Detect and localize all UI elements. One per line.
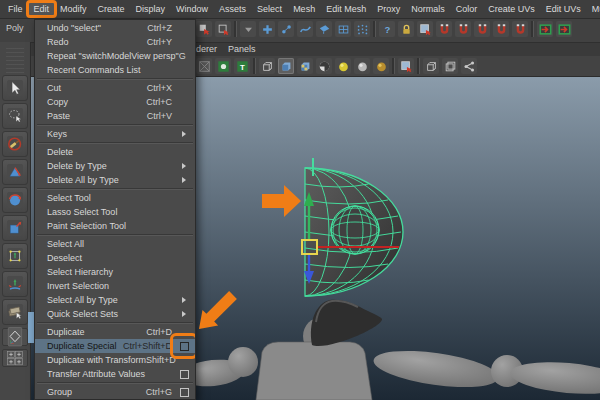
menu-item-deselect[interactable]: Deselect [35,251,195,265]
menu-item-paint-selection-tool[interactable]: Paint Selection Tool [35,219,195,233]
menu-item-duplicate-with-transform[interactable]: Duplicate with TransformShift+D [35,353,195,367]
move-tool-icon[interactable] [7,164,23,180]
menu-item-group[interactable]: GroupCtrl+G [35,385,195,399]
panels-menu[interactable]: Panels [228,44,256,54]
menu-item-repeat-switchmodelview-persp[interactable]: Repeat "switchModelView persp"G [35,49,195,63]
lighting-all-icon[interactable] [335,58,351,74]
output-connection-icon[interactable] [556,21,572,37]
soft-mod-tool-icon[interactable] [7,276,23,292]
mask-lines-icon[interactable] [297,21,313,37]
menu-color[interactable]: Color [451,2,483,16]
menu-normals[interactable]: Normals [406,2,450,16]
shaded-display-icon[interactable] [278,58,294,74]
menu-item-keys[interactable]: Keys [35,127,195,141]
xray-display-icon[interactable] [423,58,439,74]
mask-surfaces-icon[interactable] [316,21,332,37]
renderer-menu-fragment[interactable]: derer [196,44,217,54]
menu-item-paste[interactable]: PasteCtrl+V [35,109,195,123]
mask-points-icon[interactable] [259,21,275,37]
single-pane-layout-button[interactable] [7,329,23,345]
menu-item-duplicate[interactable]: DuplicateCtrl+D [35,325,195,339]
move-tool-button[interactable] [2,159,28,185]
snap-curve-icon[interactable] [455,21,471,37]
menu-edit-uvs[interactable]: Edit UVs [541,2,586,16]
select-object-icon[interactable] [215,21,231,37]
help-icon[interactable]: ? [379,21,395,37]
select-tool-button[interactable] [2,75,28,101]
selection-mask-dropdown-icon[interactable] [240,21,256,37]
mask-meshes-icon[interactable] [354,21,370,37]
menu-window[interactable]: Window [171,2,213,16]
four-pane-layout-button[interactable] [7,350,23,366]
menu-item-select-hierarchy[interactable]: Select Hierarchy [35,265,195,279]
flat-shade-icon[interactable] [196,58,212,74]
menu-select[interactable]: Select [252,2,287,16]
four-pane-layout-button[interactable] [2,349,28,367]
menu-item-redo[interactable]: RedoCtrl+Y [35,35,195,49]
menu-create[interactable]: Create [93,2,130,16]
menu-file[interactable]: File [3,2,28,16]
menu-create-uvs[interactable]: Create UVs [483,2,540,16]
input-connection-icon[interactable] [537,21,553,37]
plugin-display-icon[interactable] [461,58,477,74]
textured-display-icon[interactable] [297,58,313,74]
menu-item-copy[interactable]: CopyCtrl+C [35,95,195,109]
rotate-tool-icon[interactable] [7,192,23,208]
menu-item-lasso-select-tool[interactable]: Lasso Select Tool [35,205,195,219]
lighting-selected-icon[interactable] [354,58,370,74]
lasso-select-tool-button[interactable] [2,103,28,129]
menu-item-cut[interactable]: CutCtrl+X [35,81,195,95]
paint-select-tool-button[interactable] [2,131,28,157]
menu-proxy[interactable]: Proxy [372,2,405,16]
menu-item-select-all[interactable]: Select All [35,237,195,251]
option-box[interactable] [180,388,189,397]
menu-mesh[interactable]: Mesh [288,2,320,16]
menu-item-recent-commands-list[interactable]: Recent Commands List [35,63,195,77]
select-hierarchy-icon[interactable] [196,21,212,37]
menu-set-dropdown[interactable]: Poly [6,23,24,33]
snap-grid-icon[interactable] [436,21,452,37]
menu-modify[interactable]: Modify [55,2,92,16]
universal-manipulator-button[interactable] [2,243,28,269]
use-default-material-icon[interactable] [316,58,332,74]
menu-item-delete-all-by-type[interactable]: Delete All by Type [35,173,195,187]
menu-item-select-all-by-type[interactable]: Select All by Type [35,293,195,307]
menu-item-transfer-attribute-values[interactable]: Transfer Attribute Values [35,367,195,381]
menu-item-delete-by-type[interactable]: Delete by Type [35,159,195,173]
scale-tool-icon[interactable] [7,220,23,236]
highlight-selection-mode-icon[interactable] [398,58,414,74]
lock-selection-icon[interactable] [398,21,414,37]
menu-edit[interactable]: Edit [29,2,55,16]
menu-edit-mesh[interactable]: Edit Mesh [321,2,371,16]
menu-assets[interactable]: Assets [214,2,251,16]
option-box[interactable] [180,342,189,351]
texture-view-icon[interactable]: T [234,58,250,74]
rotate-tool-button[interactable] [2,187,28,213]
highlight-selection-icon[interactable] [417,21,433,37]
universal-manipulator-icon[interactable] [7,248,23,264]
menu-muscle[interactable]: Muscle [587,2,600,16]
menu-item-duplicate-special[interactable]: Duplicate SpecialCtrl+Shift+D [35,339,195,353]
menu-item-undo-select[interactable]: Undo "select"Ctrl+Z [35,21,195,35]
menu-item-quick-select-sets[interactable]: Quick Select Sets [35,307,195,321]
mask-parm-points-icon[interactable] [278,21,294,37]
single-pane-layout-button[interactable] [2,328,28,346]
menu-display[interactable]: Display [131,2,171,16]
isolate-select-icon[interactable] [442,58,458,74]
scale-tool-button[interactable] [2,215,28,241]
camera-select-icon[interactable] [215,58,231,74]
last-tool-icon[interactable] [7,304,23,320]
soft-mod-tool-button[interactable] [2,271,28,297]
mask-lattices-icon[interactable] [335,21,351,37]
snap-live-icon[interactable] [512,21,528,37]
snap-point-icon[interactable] [474,21,490,37]
wireframe-display-icon[interactable] [259,58,275,74]
menu-item-delete[interactable]: Delete [35,145,195,159]
menu-item-select-tool[interactable]: Select Tool [35,191,195,205]
lasso-select-tool-icon[interactable] [7,108,23,124]
select-tool-icon[interactable] [7,80,23,96]
option-box[interactable] [180,370,189,379]
lighting-flat-icon[interactable] [373,58,389,74]
snap-plane-icon[interactable] [493,21,509,37]
paint-select-tool-icon[interactable] [7,136,23,152]
